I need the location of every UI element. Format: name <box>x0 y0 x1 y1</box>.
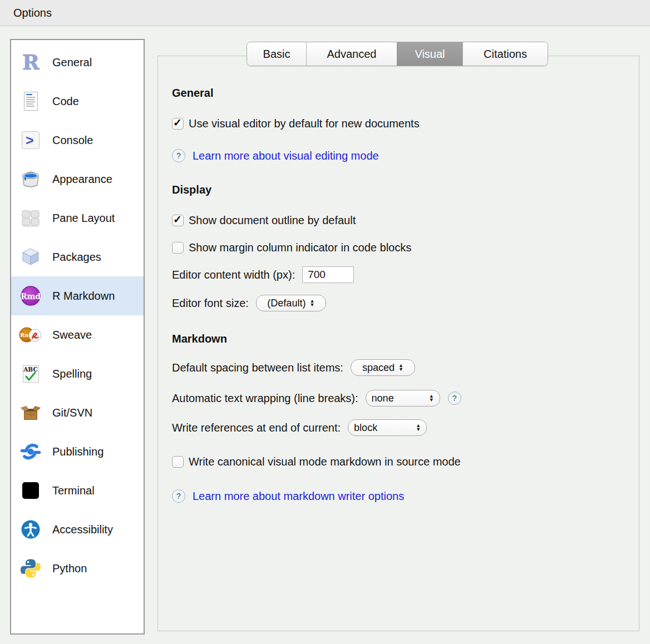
references-select[interactable]: block ▲▼ <box>348 419 427 436</box>
r-logo-icon: R <box>18 51 43 73</box>
svg-text:Rmd: Rmd <box>21 292 41 301</box>
sidebar-item-python[interactable]: Python <box>11 549 144 588</box>
code-file-icon <box>18 90 43 112</box>
stepper-arrows-icon: ▲▼ <box>429 394 434 402</box>
options-dialog: { "window": { "title": "Options" }, "sid… <box>0 0 650 644</box>
terminal-square-icon <box>18 479 43 502</box>
sidebar-item-accessibility[interactable]: Accessibility <box>11 510 144 549</box>
section-heading-general: General <box>172 87 213 100</box>
references-label: Write references at end of current: <box>172 422 341 434</box>
sidebar-item-general[interactable]: R General <box>11 43 144 82</box>
tab-advanced[interactable]: Advanced <box>306 42 397 66</box>
editor-font-size-value: (Default) <box>267 298 306 309</box>
references-value: block <box>354 422 377 434</box>
show-outline-checkbox[interactable]: ✓ <box>172 215 184 226</box>
visual-options-panel: General ✓ Use visual editor by default f… <box>157 56 639 631</box>
options-sidebar: R General Code <box>10 39 145 635</box>
rmarkdown-badge-icon: Rmd <box>18 285 43 307</box>
editor-width-input[interactable] <box>302 266 354 283</box>
svg-text:ABC: ABC <box>23 366 38 373</box>
sidebar-item-label: Appearance <box>52 173 112 186</box>
sidebar-item-label: Python <box>52 562 87 575</box>
use-visual-editor-label: Use visual editor by default for new doc… <box>189 117 420 130</box>
sidebar-item-label: Console <box>52 134 93 147</box>
sidebar-item-label: Sweave <box>52 329 92 341</box>
sidebar-item-r-markdown[interactable]: Rmd R Markdown <box>11 276 144 315</box>
sidebar-item-spelling[interactable]: ABC Spelling <box>11 354 144 393</box>
text-wrapping-select[interactable]: none ▲▼ <box>366 390 440 407</box>
markdown-writer-help-row: ? Learn more about markdown writer optio… <box>172 487 404 505</box>
text-wrapping-value: none <box>372 393 394 404</box>
sweave-rnw-pdf-icon: Rnw <box>18 324 43 346</box>
paint-bucket-icon <box>18 168 43 190</box>
sidebar-item-sweave[interactable]: Rnw Sweave <box>11 315 144 354</box>
show-outline-row: ✓ Show document outline by default <box>172 211 356 229</box>
help-icon[interactable]: ? <box>448 392 461 405</box>
stepper-arrows-icon: ▲▼ <box>416 424 421 432</box>
list-spacing-value: spaced <box>362 362 395 374</box>
window-titlebar: Options <box>0 0 650 26</box>
svg-text:>: > <box>26 132 34 148</box>
text-wrapping-label: Automatic text wrapping (line breaks): <box>172 392 358 405</box>
check-mark-icon: ✓ <box>173 116 182 129</box>
sidebar-item-git-svn[interactable]: Git/SVN <box>11 393 144 432</box>
spellcheck-abc-icon: ABC <box>18 363 43 385</box>
panel-tabs: Basic Advanced Visual Citations <box>247 42 548 66</box>
learn-visual-editing-link[interactable]: Learn more about visual editing mode <box>193 150 379 162</box>
sidebar-item-appearance[interactable]: Appearance <box>11 160 144 199</box>
window-title: Options <box>13 7 52 19</box>
sidebar-item-console[interactable]: > Console <box>11 121 144 160</box>
sidebar-item-terminal[interactable]: Terminal <box>11 471 144 510</box>
editor-font-size-select[interactable]: (Default) ▲▼ <box>256 295 326 311</box>
show-margin-label: Show margin column indicator in code blo… <box>189 241 411 254</box>
publish-orbit-icon <box>18 440 43 463</box>
tab-visual[interactable]: Visual <box>397 42 462 66</box>
editor-font-size-row: Editor font size: (Default) ▲▼ <box>172 294 326 312</box>
help-icon[interactable]: ? <box>172 149 185 162</box>
canonical-markdown-checkbox[interactable]: ✓ <box>172 456 184 468</box>
show-margin-row: ✓ Show margin column indicator in code b… <box>172 239 411 256</box>
list-spacing-row: Default spacing between list items: spac… <box>172 359 415 377</box>
canonical-markdown-row: ✓ Write canonical visual mode markdown i… <box>172 453 461 470</box>
help-icon[interactable]: ? <box>172 489 185 503</box>
text-wrapping-row: Automatic text wrapping (line breaks): n… <box>172 389 461 407</box>
sidebar-item-publishing[interactable]: Publishing <box>11 432 144 471</box>
sidebar-item-label: Git/SVN <box>52 407 92 419</box>
sidebar-item-label: Publishing <box>52 445 104 458</box>
show-outline-label: Show document outline by default <box>189 214 356 227</box>
sidebar-item-label: R Markdown <box>52 290 115 303</box>
sidebar-item-code[interactable]: Code <box>11 82 144 121</box>
list-spacing-select[interactable]: spaced ▲▼ <box>351 359 415 376</box>
sidebar-item-label: Spelling <box>52 368 92 380</box>
stepper-arrows-icon: ▲▼ <box>398 364 403 371</box>
package-cube-icon <box>18 246 43 268</box>
sidebar-item-label: Pane Layout <box>52 212 115 225</box>
visual-editing-help-row: ? Learn more about visual editing mode <box>172 147 379 165</box>
sidebar-item-label: Terminal <box>52 484 95 497</box>
learn-markdown-writer-link[interactable]: Learn more about markdown writer options <box>193 490 404 503</box>
use-visual-editor-checkbox[interactable]: ✓ <box>172 118 184 130</box>
editor-width-label: Editor content width (px): <box>172 269 295 281</box>
use-visual-editor-row: ✓ Use visual editor by default for new d… <box>172 115 420 132</box>
section-heading-markdown: Markdown <box>172 333 227 345</box>
references-row: Write references at end of current: bloc… <box>172 419 427 437</box>
tab-citations[interactable]: Citations <box>462 42 548 66</box>
sidebar-item-label: Accessibility <box>52 523 113 536</box>
editor-font-size-label: Editor font size: <box>172 297 249 310</box>
accessibility-person-icon <box>18 518 43 541</box>
console-prompt-icon: > <box>18 129 43 151</box>
sidebar-item-label: General <box>52 56 92 69</box>
show-margin-checkbox[interactable]: ✓ <box>172 242 184 254</box>
sidebar-item-label: Packages <box>52 251 101 264</box>
pane-grid-icon <box>18 207 43 229</box>
stepper-arrows-icon: ▲▼ <box>309 299 314 307</box>
sidebar-list: R General Code <box>11 40 144 588</box>
tab-basic[interactable]: Basic <box>247 42 306 66</box>
sidebar-item-label: Code <box>52 95 79 108</box>
cardboard-box-icon <box>18 402 43 424</box>
list-spacing-label: Default spacing between list items: <box>172 361 343 374</box>
sidebar-item-packages[interactable]: Packages <box>11 237 144 276</box>
svg-text:R: R <box>22 51 40 73</box>
editor-width-row: Editor content width (px): <box>172 266 354 284</box>
sidebar-item-pane-layout[interactable]: Pane Layout <box>11 199 144 237</box>
